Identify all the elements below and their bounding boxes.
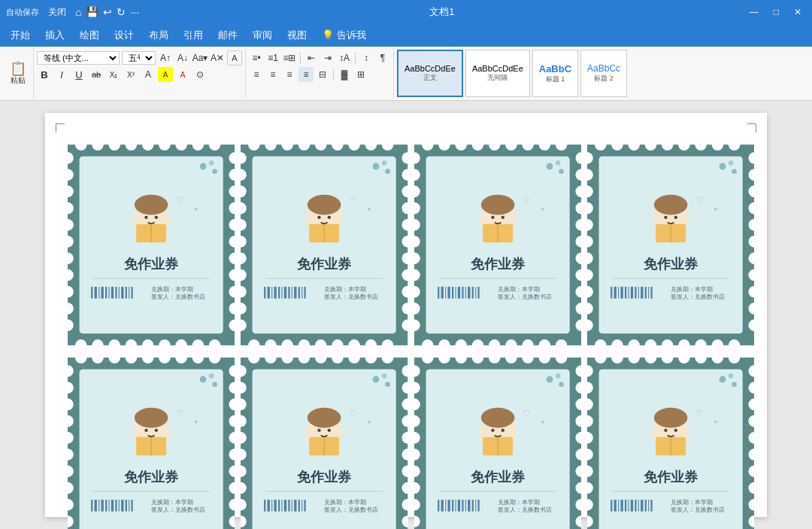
svg-text:✦: ✦ [366,418,372,426]
superscript-btn[interactable]: X² [123,67,138,82]
svg-point-120 [318,216,321,219]
undo-icon[interactable]: ↩ [103,6,112,18]
para-mark-btn[interactable]: ¶ [375,50,390,65]
menu-review[interactable]: 审阅 [245,26,280,45]
paste-button[interactable]: 📋 粘贴 [6,59,30,88]
shading-btn[interactable]: ▓ [337,67,352,82]
style-nospacing-preview: AaBbCcDdEe [472,64,523,73]
svg-text:签发人：兑换数书店: 签发人：兑换数书店 [498,506,552,513]
svg-rect-41 [80,157,223,334]
svg-rect-281 [650,287,652,299]
change-case-btn[interactable]: Aa▾ [192,50,208,65]
increase-indent-btn[interactable]: ⇥ [320,50,335,65]
home-icon[interactable]: ⌂ [75,6,81,18]
menu-start[interactable]: 开始 [3,26,38,45]
svg-point-548 [654,408,687,428]
font-shrink-btn[interactable]: A↓ [175,50,190,65]
line-spacing-btn[interactable]: ↕ [359,50,374,65]
svg-point-257 [732,169,737,174]
justify-btn[interactable]: ≡ [298,67,314,82]
multilevel-btn[interactable]: ≡⊞ [282,50,297,65]
svg-rect-61 [108,287,109,299]
svg-rect-416 [282,500,283,512]
bold-btn[interactable]: B [37,67,52,82]
svg-rect-555 [618,500,619,512]
svg-rect-60 [105,287,107,299]
svg-rect-557 [625,500,626,512]
style-nospacing-label: 无间隔 [487,73,508,83]
svg-rect-347 [115,500,117,512]
sort-btn[interactable]: ↕A [337,50,352,65]
svg-point-476 [501,429,504,432]
svg-point-185 [555,160,560,166]
align-right-btn[interactable]: ≡ [282,67,297,82]
menu-insert[interactable]: 插入 [38,26,72,45]
font-size-selector[interactable]: 五号 [122,51,156,65]
save-icon[interactable]: 💾 [86,6,98,18]
titlebar-close-btn[interactable]: ✕ [789,5,806,19]
font-name-selector[interactable]: 等线 (中文... [37,51,120,65]
bullets-btn[interactable]: ≡• [249,50,264,65]
borders-btn[interactable]: ⊞ [353,67,368,82]
more-icon[interactable]: ··· [130,6,139,18]
style-heading2[interactable]: AaBbCc 标题 2 [580,50,627,97]
svg-rect-415 [278,500,280,512]
svg-rect-348 [119,500,120,512]
svg-rect-491 [468,500,470,512]
svg-point-398 [382,373,387,379]
document-page: ♡ ✦ 免作业券 [45,113,767,517]
menu-help[interactable]: 💡 告诉我 [314,26,374,45]
svg-rect-278 [641,287,643,299]
menu-mail[interactable]: 邮件 [211,26,245,45]
style-normal[interactable]: AaBbCcDdEe 正文 [397,50,463,97]
svg-point-546 [664,429,667,432]
highlight-btn[interactable]: A [158,67,173,82]
distribute-btn[interactable]: ⊟ [315,67,330,82]
stamp-6: ♡✦ 免作业券 兑换期：本学期签发人：兑换数书店 [241,356,408,529]
svg-rect-346 [111,500,114,512]
svg-rect-56 [91,287,92,299]
subscript-btn[interactable]: X₂ [106,67,121,82]
menu-draw[interactable]: 绘图 [72,26,107,45]
underline-btn[interactable]: U [71,67,86,82]
svg-rect-133 [284,287,286,299]
menu-references[interactable]: 引用 [176,26,211,45]
svg-rect-273 [625,287,626,299]
svg-text:✦: ✦ [193,205,199,213]
minimize-btn[interactable]: — [745,5,763,19]
italic-btn[interactable]: I [54,67,69,82]
font-grow-btn[interactable]: A↑ [158,50,173,65]
decrease-indent-btn[interactable]: ⇤ [304,50,319,65]
svg-text:✦: ✦ [712,205,718,213]
corner-mark-tl [56,123,65,132]
style-h1-label: 标题 1 [546,74,565,84]
numbering-btn[interactable]: ≡1 [265,50,280,65]
divider3 [333,68,334,81]
menu-view[interactable]: 视图 [280,26,314,45]
svg-rect-482 [438,500,439,512]
redo-icon[interactable]: ↻ [117,6,126,18]
svg-point-51 [135,195,168,215]
menu-design[interactable]: 设计 [107,26,141,45]
font-color-btn[interactable]: A [141,67,156,82]
clear-format-btn[interactable]: A✕ [210,50,225,65]
maximize-btn[interactable]: □ [769,5,783,19]
svg-point-256 [729,160,734,166]
font-bg-btn[interactable]: A [175,67,190,82]
align-center-btn[interactable]: ≡ [265,67,280,82]
svg-rect-135 [292,287,292,299]
text-box-btn[interactable]: A [227,50,242,65]
svg-text:签发人：兑换数书店: 签发人：兑换数书店 [324,506,378,513]
menu-layout[interactable]: 布局 [141,26,176,45]
svg-rect-488 [457,500,459,512]
svg-point-326 [200,376,207,383]
svg-point-405 [328,429,331,432]
style-no-spacing[interactable]: AaBbCcDdEe 无间隔 [465,50,530,97]
char-format-btn[interactable]: ⊙ [192,67,208,82]
style-heading1[interactable]: AaBbC 标题 1 [532,50,578,97]
svg-rect-271 [618,287,619,299]
close-label[interactable]: 关闭 [44,5,71,20]
strikethrough-btn[interactable]: ab [89,67,104,82]
align-left-btn[interactable]: ≡ [249,67,264,82]
svg-point-50 [155,216,158,219]
